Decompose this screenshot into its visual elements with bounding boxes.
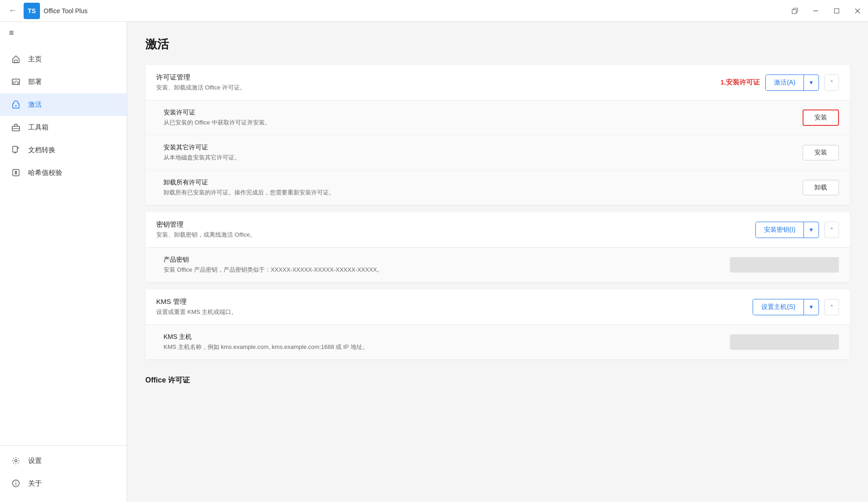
kms-mgmt-title: KMS 管理	[156, 298, 237, 306]
hash-icon	[11, 168, 21, 178]
key-mgmt-card: 密钥管理 安装、卸载密钥，或离线激活 Office。 安装密钥(I) ▼ ⌃ 产…	[145, 212, 850, 282]
key-mgmt-collapse-button[interactable]: ⌃	[824, 222, 839, 238]
sidebar-item-hash[interactable]: 哈希值校验	[0, 161, 127, 184]
sidebar-label-convert: 文档转换	[28, 146, 55, 154]
product-key-desc: 安装 Office 产品密钥，产品密钥类似于：XXXXX-XXXXX-XXXXX…	[164, 266, 383, 274]
kms-mgmt-header: KMS 管理 设置或重置 KMS 主机或端口。 设置主机(S) ▼ ⌃	[145, 289, 850, 324]
license-mgmt-actions: 1.安装许可证 激活(A) ▼ ⌃	[720, 75, 839, 91]
product-key-title: 产品密钥	[164, 256, 383, 264]
sidebar-item-deploy[interactable]: 部署	[0, 70, 127, 93]
activate-icon	[11, 99, 21, 109]
product-key-row: 产品密钥 安装 Office 产品密钥，产品密钥类似于：XXXXX-XXXXX-…	[145, 248, 850, 282]
license-mgmt-desc: 安装、卸载或激活 Office 许可证。	[156, 84, 246, 92]
sidebar-item-toolbox[interactable]: 工具箱	[0, 116, 127, 139]
sidebar-item-settings[interactable]: 设置	[0, 449, 127, 472]
product-key-info: 产品密钥 安装 Office 产品密钥，产品密钥类似于：XXXXX-XXXXX-…	[164, 256, 383, 274]
install-license-info: 安装许可证 从已安装的 Office 中获取许可证并安装。	[164, 109, 271, 127]
key-mgmt-info: 密钥管理 安装、卸载密钥，或离线激活 Office。	[156, 220, 256, 239]
install-key-dropdown-button[interactable]: ▼	[804, 223, 818, 237]
install-license-title: 安装许可证	[164, 109, 271, 117]
svg-point-16	[15, 460, 17, 462]
unload-licenses-desc: 卸载所有已安装的许可证。操作完成后，您需要重新安装许可证。	[164, 189, 335, 197]
sidebar-nav: 主页 部署 激活	[0, 44, 127, 445]
app-logo: TS	[24, 3, 40, 19]
deploy-icon	[11, 77, 21, 87]
set-host-dropdown-button[interactable]: ▼	[804, 300, 818, 314]
minimize-button[interactable]	[805, 0, 826, 22]
office-license-title: Office 许可证	[145, 367, 850, 391]
main-content: 激活 许可证管理 安装、卸载或激活 Office 许可证。 1.安装许可证 激活…	[127, 22, 868, 502]
sidebar-item-convert[interactable]: 文档转换	[0, 139, 127, 161]
install-other-license-desc: 从本地磁盘安装其它许可证。	[164, 154, 240, 162]
sidebar: ≡ 主页 部署	[0, 22, 127, 502]
kms-mgmt-card: KMS 管理 设置或重置 KMS 主机或端口。 设置主机(S) ▼ ⌃ KMS …	[145, 289, 850, 359]
convert-icon	[11, 145, 21, 155]
key-mgmt-header: 密钥管理 安装、卸载密钥，或离线激活 Office。 安装密钥(I) ▼ ⌃	[145, 212, 850, 247]
activate-main-button[interactable]: 激活(A)	[766, 75, 804, 90]
app-body: ≡ 主页 部署	[0, 22, 868, 502]
activate-dropdown-button[interactable]: ▼	[804, 76, 818, 89]
sidebar-item-home[interactable]: 主页	[0, 48, 127, 70]
unload-licenses-button[interactable]: 卸载	[803, 180, 839, 195]
kms-host-title: KMS 主机	[164, 333, 368, 341]
window-controls	[784, 0, 868, 22]
kms-mgmt-desc: 设置或重置 KMS 主机或端口。	[156, 308, 237, 316]
kms-host-info: KMS 主机 KMS 主机名称，例如 kms.example.com, kms.…	[164, 333, 368, 351]
unload-licenses-info: 卸载所有许可证 卸载所有已安装的许可证。操作完成后，您需要重新安装许可证。	[164, 179, 335, 197]
sidebar-label-hash: 哈希值校验	[28, 169, 62, 177]
restore-button[interactable]	[784, 0, 805, 22]
install-key-main-button[interactable]: 安装密钥(I)	[756, 222, 804, 238]
svg-rect-11	[13, 169, 19, 176]
svg-rect-0	[792, 10, 796, 14]
sidebar-item-activate[interactable]: 激活	[0, 93, 127, 116]
app-title: Office Tool Plus	[44, 7, 88, 15]
install-other-license-button[interactable]: 安装	[803, 145, 839, 160]
page-title: 激活	[145, 36, 850, 52]
menu-toggle-button[interactable]: ≡	[0, 22, 127, 44]
install-license-desc: 从已安装的 Office 中获取许可证并安装。	[164, 119, 271, 127]
sidebar-label-about: 关于	[28, 479, 42, 488]
kms-host-desc: KMS 主机名称，例如 kms.example.com, kms.example…	[164, 343, 368, 351]
settings-icon	[11, 456, 21, 466]
license-mgmt-info: 许可证管理 安装、卸载或激活 Office 许可证。	[156, 73, 246, 92]
license-mgmt-title: 许可证管理	[156, 73, 246, 82]
svg-rect-10	[13, 146, 17, 152]
license-mgmt-card: 许可证管理 安装、卸载或激活 Office 许可证。 1.安装许可证 激活(A)…	[145, 65, 850, 205]
set-host-split-button: 设置主机(S) ▼	[753, 299, 819, 315]
svg-point-18	[15, 482, 16, 482]
kms-host-row: KMS 主机 KMS 主机名称，例如 kms.example.com, kms.…	[145, 325, 850, 359]
sidebar-item-about[interactable]: 关于	[0, 472, 127, 495]
kms-host-input[interactable]	[730, 334, 839, 350]
unload-licenses-row: 卸载所有许可证 卸载所有已安装的许可证。操作完成后，您需要重新安装许可证。 卸载	[145, 170, 850, 205]
sidebar-label-settings: 设置	[28, 457, 42, 465]
unload-licenses-title: 卸载所有许可证	[164, 179, 335, 187]
close-button[interactable]	[847, 0, 868, 22]
install-hint-label: 1.安装许可证	[720, 78, 760, 87]
install-other-license-row: 安装其它许可证 从本地磁盘安装其它许可证。 安装	[145, 135, 850, 170]
install-license-button[interactable]: 安装	[803, 109, 839, 126]
sidebar-bottom: 设置 关于	[0, 445, 127, 502]
sidebar-label-deploy: 部署	[28, 78, 42, 86]
sidebar-label-toolbox: 工具箱	[28, 123, 49, 132]
license-mgmt-collapse-button[interactable]: ⌃	[824, 75, 839, 91]
kms-mgmt-collapse-button[interactable]: ⌃	[824, 299, 839, 315]
key-mgmt-actions: 安装密钥(I) ▼ ⌃	[755, 222, 839, 238]
activate-split-button: 激活(A) ▼	[765, 75, 819, 91]
maximize-button[interactable]	[826, 0, 847, 22]
install-other-license-info: 安装其它许可证 从本地磁盘安装其它许可证。	[164, 144, 240, 162]
set-host-main-button[interactable]: 设置主机(S)	[753, 299, 804, 315]
product-key-input[interactable]	[730, 257, 839, 273]
home-icon	[11, 54, 21, 64]
key-mgmt-title: 密钥管理	[156, 220, 256, 229]
back-button[interactable]: ←	[5, 4, 20, 18]
install-key-split-button: 安装密钥(I) ▼	[755, 222, 819, 238]
install-other-license-title: 安装其它许可证	[164, 144, 240, 152]
titlebar: ← TS Office Tool Plus	[0, 0, 868, 22]
install-license-row: 安装许可证 从已安装的 Office 中获取许可证并安装。 安装	[145, 100, 850, 135]
kms-mgmt-info: KMS 管理 设置或重置 KMS 主机或端口。	[156, 298, 237, 316]
sidebar-label-activate: 激活	[28, 100, 42, 109]
license-mgmt-header: 许可证管理 安装、卸载或激活 Office 许可证。 1.安装许可证 激活(A)…	[145, 65, 850, 100]
sidebar-label-home: 主页	[28, 55, 42, 64]
svg-rect-5	[15, 60, 17, 63]
svg-rect-2	[834, 9, 839, 13]
